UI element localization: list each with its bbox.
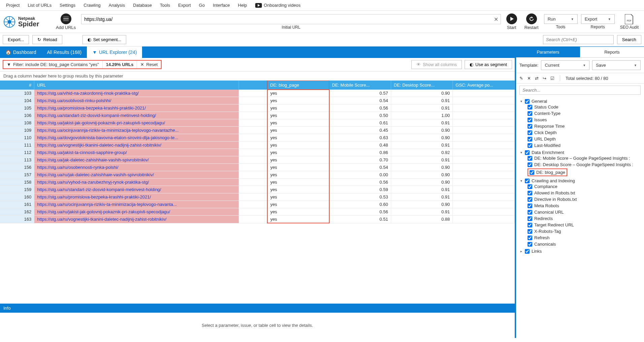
tree-item[interactable]: X-Robots-Tag [528,229,642,234]
checkbox[interactable] [528,191,532,195]
swap-icon[interactable]: ⇄ [535,76,539,81]
col-num[interactable]: # [0,81,34,90]
export-dropdown[interactable]: Export▼ [581,14,615,24]
tree-item[interactable]: URL Depth [528,136,642,142]
checkbox[interactable] [528,229,532,234]
col-de-mobile[interactable]: DE: Mobile Score... [329,81,391,90]
checkbox[interactable] [528,111,532,116]
row-url[interactable]: https://stg.ua/vognestijki-tkanini-dalet… [34,142,239,149]
menu-export[interactable]: Export [175,1,194,9]
tree-item[interactable]: Refresh [528,235,642,240]
checkbox[interactable] [528,137,532,142]
menu-tools[interactable]: Tools [157,1,173,9]
checkbox[interactable] [525,249,530,254]
menu-help[interactable]: Help [235,1,250,9]
tree-item[interactable]: Status Code [528,104,642,110]
tree-group[interactable]: ▾Data Enrichment [519,150,642,155]
checkbox[interactable] [525,99,530,104]
row-url[interactable]: https://stg.ua/standart-ziz-dosvid-kompa… [34,112,239,119]
checkbox[interactable] [525,179,530,183]
checkbox[interactable] [528,204,532,208]
row-url[interactable]: https://stg.ua/vihid-na-zakordonnij-rino… [34,90,239,97]
tree-group[interactable]: ▸Links [519,249,642,254]
filter-reset-button[interactable]: ✕Reset [137,61,161,68]
row-url[interactable]: https://stg.ua/ru/vyhod-na-zarubezhnyj-r… [34,179,239,186]
menu-crawling[interactable]: Crawling [80,1,104,9]
checkbox[interactable] [528,184,532,189]
menu-analysis[interactable]: Analysis [105,1,128,9]
template-dropdown[interactable]: Current▼ [541,60,589,70]
table-row[interactable]: 110 https://stg.ua/dovgovoloknista-bavov… [0,134,515,142]
tree-item[interactable]: Issues [528,117,642,122]
tab-dashboard[interactable]: 🏠Dashboard [0,46,42,58]
row-url[interactable]: https://stg.ua/osoblivosti-rinku-polshhi… [34,97,239,104]
redo-icon[interactable]: ↪ [543,76,546,81]
checkbox[interactable] [528,143,532,148]
checkbox[interactable] [528,124,532,129]
checkbox[interactable] [528,236,532,240]
clear-url-icon[interactable]: ✕ [494,16,498,22]
table-row[interactable]: 157 https://stg.ua/ru/jak-daletec-zahish… [0,171,515,179]
row-url[interactable]: https://stg.ua/jakist-jak-golovnij-pokaz… [34,119,239,127]
checkbox[interactable] [530,170,534,175]
save-template-button[interactable]: Save▼ [592,60,641,70]
row-url[interactable]: https://stg.ua/ru/jak-daletec-zahishhaie… [34,171,239,179]
tree-item[interactable]: Meta Robots [528,203,642,208]
checkbox[interactable] [528,242,532,247]
table-row[interactable]: 106 https://stg.ua/standart-ziz-dosvid-k… [0,112,515,119]
restart-button[interactable]: Restart [522,13,541,31]
row-url[interactable]: https://stg.ua/dovgovoloknista-bavovna-e… [34,134,239,142]
table-row[interactable]: 104 https://stg.ua/osoblivosti-rinku-pol… [0,97,515,104]
search-input[interactable] [543,35,614,44]
check-all-icon[interactable]: ☑ [550,76,554,81]
table-row[interactable]: 109 https://stg.ua/ocinjuvannja-rizikiv-… [0,127,515,134]
row-url[interactable]: https://stg.ua/ru/osobennosti-rynka-pols… [34,164,239,171]
use-as-segment-button[interactable]: ◐Use as segment [465,60,512,69]
tree-group[interactable]: ▾General [519,99,642,104]
table-row[interactable]: 112 https://stg.ua/jakist-ta-cinnosti-sa… [0,149,515,156]
start-button[interactable]: Start [504,13,519,31]
table-row[interactable]: 103 https://stg.ua/vihid-na-zakordonnij-… [0,90,515,97]
table-row[interactable]: 158 https://stg.ua/ru/vyhod-na-zarubezhn… [0,179,515,186]
tab-parameters[interactable]: Parameters [516,47,580,57]
tree-item[interactable]: Last-Modified [528,143,642,148]
row-url[interactable]: https://stg.ua/ru/promislova-bezpeka-kra… [34,193,239,201]
add-urls-button[interactable]: Add URLs [54,13,78,31]
row-url[interactable]: https://stg.ua/ru/vognestijki-tkanini-da… [34,216,239,223]
menu-settings[interactable]: Settings [56,1,79,9]
menu-go[interactable]: Go [196,1,208,9]
tree-item[interactable]: Compliance [528,184,642,189]
show-all-columns-button[interactable]: 👁Show all columns [411,60,462,69]
col-de-desktop[interactable]: DE: Desktop Score... [391,81,453,90]
table-row[interactable]: 162 https://stg.ua/ru/jakist-jak-golovni… [0,208,515,216]
tree-group[interactable]: ▾Crawling and Indexing [519,178,642,183]
parameter-search-input[interactable] [519,86,641,95]
tab-all-results[interactable]: All Results (168) [42,46,87,58]
checkbox[interactable] [528,156,532,161]
menu-onboarding-videos[interactable]: Onboarding videos [252,1,304,9]
table-row[interactable]: 108 https://stg.ua/jakist-jak-golovnij-p… [0,119,515,127]
export-button[interactable]: Export... [3,35,29,44]
tab-url-explorer[interactable]: ▼URL Explorer (24) [87,46,142,58]
table-row[interactable]: 161 https://stg.ua/ru/ocinjuvannja-rizik… [0,201,515,208]
row-url[interactable]: https://stg.ua/jak-daletec-zahishhaie-va… [34,156,239,164]
tree-item[interactable]: Content-Type [528,111,642,116]
tree-item[interactable]: Click Depth [528,130,642,135]
checkbox[interactable] [528,105,532,110]
row-url[interactable]: https://stg.ua/ocinjuvannja-rizikiv-ta-m… [34,127,239,134]
eraser-icon[interactable]: ✎ [519,76,523,81]
row-url[interactable]: https://stg.ua/ru/jakist-jak-golovnij-po… [34,208,239,216]
menu-interface[interactable]: Interface [209,1,233,9]
tree-item[interactable]: DE: Mobile Score – Google PageSpeed Insi… [528,156,642,161]
menu-project[interactable]: Project [3,1,23,9]
row-url[interactable]: https://stg.ua/ru/standart-ziz-dosvid-ko… [34,186,239,193]
search-button[interactable]: Search [617,35,641,44]
tree-item[interactable]: Canonical URL [528,210,642,215]
tree-item[interactable]: Redirects [528,216,642,221]
row-url[interactable]: https://stg.ua/promislova-bezpeka-krashh… [34,104,239,112]
table-row[interactable]: 113 https://stg.ua/jak-daletec-zahishhai… [0,156,515,164]
col-de-blog[interactable]: DE: blog_page [267,81,329,90]
table-row[interactable]: 111 https://stg.ua/vognestijki-tkanini-d… [0,142,515,149]
tree-item[interactable]: Target Redirect URL [528,222,642,227]
checkbox[interactable] [528,162,532,167]
